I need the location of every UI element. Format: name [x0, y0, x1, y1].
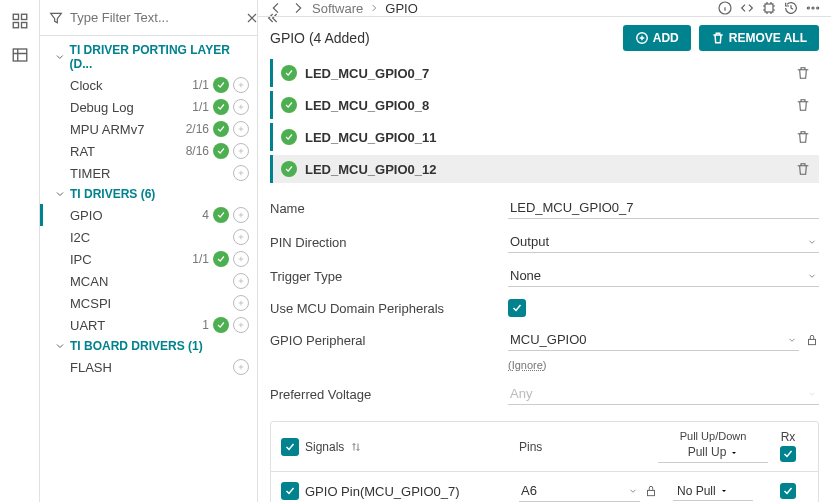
add-instance-icon[interactable]	[233, 207, 249, 223]
code-icon[interactable]	[739, 0, 755, 16]
instance-row[interactable]: LED_MCU_GPIO0_12	[270, 155, 819, 183]
outline-view-icon[interactable]	[11, 12, 29, 30]
add-button[interactable]: ADD	[623, 25, 691, 51]
tree-item[interactable]: MCSPI	[40, 292, 257, 314]
status-ok-icon	[213, 77, 229, 93]
svg-rect-0	[13, 14, 18, 19]
tree-item[interactable]: Clock1/1	[40, 74, 257, 96]
add-instance-icon[interactable]	[233, 121, 249, 137]
add-instance-icon[interactable]	[233, 77, 249, 93]
rx-checkbox[interactable]	[780, 483, 796, 499]
status-ok-icon	[213, 121, 229, 137]
svg-rect-6	[765, 4, 773, 12]
tree-item[interactable]: Debug Log1/1	[40, 96, 257, 118]
delete-icon[interactable]	[795, 161, 811, 177]
svg-point-9	[817, 7, 819, 9]
voltage-select: Any	[508, 383, 819, 405]
signals-checkbox[interactable]	[281, 438, 299, 456]
tree-group[interactable]: TI DRIVER PORTING LAYER (D...	[40, 40, 257, 74]
tree-item[interactable]: MPU ARMv72/16	[40, 118, 257, 140]
add-instance-icon[interactable]	[233, 99, 249, 115]
breadcrumb-parent[interactable]: Software	[312, 1, 363, 16]
tree-group[interactable]: TI DRIVERS (6)	[40, 184, 257, 204]
delete-icon[interactable]	[795, 65, 811, 81]
pin-lock-icon[interactable]	[644, 484, 658, 498]
svg-rect-11	[809, 339, 816, 344]
more-icon[interactable]	[805, 0, 821, 16]
filter-input[interactable]	[68, 9, 240, 26]
add-instance-icon[interactable]	[233, 359, 249, 375]
signals-header: Signals	[305, 440, 344, 454]
pull-default-select[interactable]: Pull Up	[658, 443, 768, 462]
svg-rect-3	[21, 23, 26, 28]
pin-select[interactable]: A6	[519, 480, 640, 502]
status-ok-icon	[213, 207, 229, 223]
instance-row[interactable]: LED_MCU_GPIO0_11	[270, 123, 819, 151]
nav-back-icon[interactable]	[268, 0, 284, 16]
history-icon[interactable]	[783, 0, 799, 16]
svg-rect-4	[13, 49, 27, 61]
add-instance-icon[interactable]	[233, 317, 249, 333]
svg-rect-2	[13, 23, 18, 28]
sort-icon[interactable]	[350, 441, 362, 453]
ignore-link[interactable]: (Ignore)	[508, 359, 819, 371]
status-ok-icon	[281, 97, 297, 113]
tree-item[interactable]: GPIO4	[40, 204, 257, 226]
instance-row[interactable]: LED_MCU_GPIO0_8	[270, 91, 819, 119]
svg-point-7	[807, 7, 809, 9]
nav-fwd-icon[interactable]	[290, 0, 306, 16]
chip-icon[interactable]	[761, 0, 777, 16]
tree-item[interactable]: IPC1/1	[40, 248, 257, 270]
chevron-right-icon	[369, 3, 379, 13]
svg-rect-12	[648, 490, 655, 495]
name-label: Name	[270, 201, 508, 216]
add-instance-icon[interactable]	[233, 251, 249, 267]
rx-all-checkbox[interactable]	[780, 446, 796, 462]
name-input[interactable]	[508, 197, 819, 219]
direction-select[interactable]: Output	[508, 231, 819, 253]
tree-item[interactable]: TIMER	[40, 162, 257, 184]
add-instance-icon[interactable]	[233, 165, 249, 181]
status-ok-icon	[213, 143, 229, 159]
tree-item[interactable]: UART1	[40, 314, 257, 336]
voltage-label: Preferred Voltage	[270, 387, 508, 402]
pull-header: Pull Up/Down Pull Up	[658, 430, 768, 463]
direction-label: PIN Direction	[270, 235, 508, 250]
trigger-select[interactable]: None	[508, 265, 819, 287]
rx-header: Rx	[768, 430, 808, 463]
status-ok-icon	[281, 161, 297, 177]
tree-item[interactable]: MCAN	[40, 270, 257, 292]
add-instance-icon[interactable]	[233, 143, 249, 159]
pins-header: Pins	[519, 440, 658, 454]
status-ok-icon	[281, 65, 297, 81]
filter-icon[interactable]	[48, 10, 64, 26]
status-ok-icon	[213, 251, 229, 267]
peripheral-label: GPIO Peripheral	[270, 329, 508, 348]
tree-group[interactable]: TI BOARD DRIVERS (1)	[40, 336, 257, 356]
mcu-domain-checkbox[interactable]	[508, 299, 526, 317]
page-title: GPIO (4 Added)	[270, 30, 615, 46]
peripheral-select[interactable]: MCU_GPIO0	[508, 329, 799, 351]
delete-icon[interactable]	[795, 97, 811, 113]
svg-rect-1	[21, 14, 26, 19]
add-instance-icon[interactable]	[233, 295, 249, 311]
add-instance-icon[interactable]	[233, 273, 249, 289]
info-icon[interactable]	[717, 0, 733, 16]
tree-item[interactable]: I2C	[40, 226, 257, 248]
gpio-pin-checkbox[interactable]	[281, 482, 299, 500]
status-ok-icon	[213, 99, 229, 115]
mcu-domain-label: Use MCU Domain Peripherals	[270, 301, 508, 316]
tree-item[interactable]: RAT8/16	[40, 140, 257, 162]
pull-select[interactable]: No Pull	[673, 482, 753, 501]
svg-point-8	[812, 7, 814, 9]
table-view-icon[interactable]	[11, 46, 29, 64]
status-ok-icon	[281, 129, 297, 145]
add-instance-icon[interactable]	[233, 229, 249, 245]
remove-all-button[interactable]: REMOVE ALL	[699, 25, 819, 51]
trigger-label: Trigger Type	[270, 269, 508, 284]
lock-icon[interactable]	[805, 333, 819, 347]
tree-item[interactable]: FLASH	[40, 356, 257, 378]
delete-icon[interactable]	[795, 129, 811, 145]
instance-row[interactable]: LED_MCU_GPIO0_7	[270, 59, 819, 87]
gpio-pin-label: GPIO Pin(MCU_GPIO0_7)	[305, 484, 460, 499]
